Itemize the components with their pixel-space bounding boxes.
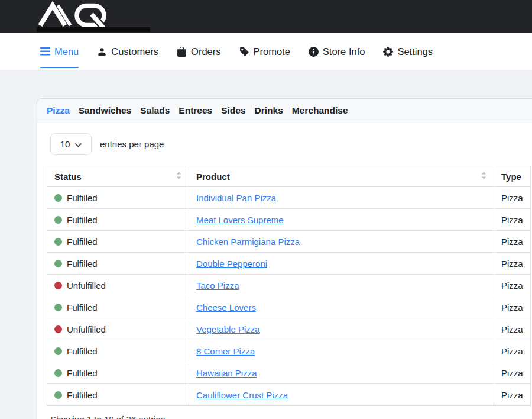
nav-item-label: Orders xyxy=(191,46,220,57)
top-header xyxy=(0,0,532,33)
primary-nav: Menu Customers Orders Promote Store Info… xyxy=(0,33,532,70)
product-link[interactable]: Chicken Parmigiana Pizza xyxy=(196,237,300,247)
status-cell: Unfulfilled xyxy=(47,275,189,296)
status-cell: Fulfilled xyxy=(47,340,189,362)
product-link[interactable]: 8 Corner Pizza xyxy=(196,346,255,356)
nav-item-label: Store Info xyxy=(323,46,365,57)
type-cell: Pizza xyxy=(494,384,531,406)
bag-icon xyxy=(177,47,187,57)
type-cell: Pizza xyxy=(494,275,531,296)
entries-per-page-select[interactable]: 10 xyxy=(50,133,92,155)
status-cell: Fulfilled xyxy=(47,231,189,253)
type-cell: Pizza xyxy=(494,318,531,340)
category-tabs: Pizza Sandwiches Salads Entrees Sides Dr… xyxy=(37,99,532,123)
logo-underbar xyxy=(37,27,150,32)
type-cell: Pizza xyxy=(494,340,531,362)
type-cell: Pizza xyxy=(494,187,531,209)
status-dot-icon xyxy=(54,369,62,377)
table-row: Fulfilled Individual Pan Pizza Pizza xyxy=(47,187,531,209)
type-cell: Pizza xyxy=(494,209,531,231)
nav-item-label: Customers xyxy=(111,46,158,57)
gear-icon xyxy=(383,47,393,57)
tab-pizza[interactable]: Pizza xyxy=(47,105,70,116)
status-dot-icon xyxy=(54,304,62,311)
hamburger-icon xyxy=(40,47,50,56)
table-row: Unfulfilled Taco Pizza Pizza xyxy=(47,275,531,296)
status-dot-icon xyxy=(54,260,62,267)
column-header-product[interactable]: Product xyxy=(189,166,494,187)
nav-item-menu[interactable]: Menu xyxy=(40,33,79,70)
tab-sandwiches[interactable]: Sandwiches xyxy=(79,105,132,116)
table-row: Fulfilled 8 Corner Pizza Pizza xyxy=(47,340,531,362)
logo-icon xyxy=(38,4,112,28)
type-cell: Pizza xyxy=(494,296,531,318)
nav-item-settings[interactable]: Settings xyxy=(383,33,433,70)
status-dot-icon xyxy=(54,238,62,246)
status-cell: Fulfilled xyxy=(47,209,189,231)
tab-drinks[interactable]: Drinks xyxy=(255,105,283,116)
products-table: Status Product xyxy=(47,166,531,406)
product-link[interactable]: Hawaiian Pizza xyxy=(196,368,257,378)
logo[interactable] xyxy=(38,4,112,28)
active-nav-underline xyxy=(40,67,79,68)
table-row: Fulfilled Chicken Parmigiana Pizza Pizza xyxy=(47,231,531,253)
nav-item-label: Settings xyxy=(397,46,433,57)
product-link[interactable]: Cheese Lovers xyxy=(196,302,256,312)
status-cell: Unfulfilled xyxy=(47,318,189,340)
table-row: Fulfilled Hawaiian Pizza Pizza xyxy=(47,362,531,384)
tag-icon xyxy=(239,47,249,57)
product-link[interactable]: Individual Pan Pizza xyxy=(196,193,276,203)
status-dot-icon xyxy=(54,347,62,355)
nav-item-orders[interactable]: Orders xyxy=(177,33,220,70)
status-cell: Fulfilled xyxy=(47,384,189,406)
table-row: Fulfilled Cheese Lovers Pizza xyxy=(47,296,531,318)
tab-merchandise[interactable]: Merchandise xyxy=(292,105,348,116)
sort-icon[interactable] xyxy=(481,171,486,182)
nav-item-promote[interactable]: Promote xyxy=(239,33,290,70)
status-dot-icon xyxy=(54,194,62,202)
product-link[interactable]: Taco Pizza xyxy=(196,281,239,291)
table-row: Fulfilled Meat Lovers Supreme Pizza xyxy=(47,209,531,231)
product-link[interactable]: Vegetable Pizza xyxy=(196,324,260,334)
nav-item-label: Menu xyxy=(54,46,79,57)
nav-item-label: Promote xyxy=(254,46,290,57)
status-dot-icon xyxy=(54,391,62,399)
menu-card: Pizza Sandwiches Salads Entrees Sides Dr… xyxy=(37,98,532,419)
column-header-type[interactable]: Type xyxy=(494,166,531,187)
status-cell: Fulfilled xyxy=(47,362,189,384)
info-icon xyxy=(309,47,319,57)
table-summary: Showing 1 to 10 of 26 entries xyxy=(50,414,532,419)
type-cell: Pizza xyxy=(494,362,531,384)
status-cell: Fulfilled xyxy=(47,187,189,209)
column-header-status[interactable]: Status xyxy=(47,166,189,187)
type-cell: Pizza xyxy=(494,231,531,253)
entries-selected-value: 10 xyxy=(60,139,70,149)
table-row: Unfulfilled Vegetable Pizza Pizza xyxy=(47,318,531,340)
tab-entrees[interactable]: Entrees xyxy=(179,105,212,116)
status-dot-icon xyxy=(54,325,62,333)
nav-item-customers[interactable]: Customers xyxy=(97,33,158,70)
chevron-down-icon xyxy=(75,139,82,149)
nav-item-store-info[interactable]: Store Info xyxy=(309,33,365,70)
status-cell: Fulfilled xyxy=(47,296,189,318)
sort-icon[interactable] xyxy=(176,171,181,182)
status-dot-icon xyxy=(54,282,62,289)
product-link[interactable]: Meat Lovers Supreme xyxy=(196,215,284,225)
type-cell: Pizza xyxy=(494,253,531,275)
status-dot-icon xyxy=(54,216,62,224)
table-row: Fulfilled Cauliflower Crust Pizza Pizza xyxy=(47,384,531,406)
tab-salads[interactable]: Salads xyxy=(140,105,170,116)
product-link[interactable]: Cauliflower Crust Pizza xyxy=(196,390,288,400)
table-header-row: Status Product xyxy=(47,166,531,187)
tab-sides[interactable]: Sides xyxy=(221,105,245,116)
table-row: Fulfilled Double Pepperoni Pizza xyxy=(47,253,531,275)
status-cell: Fulfilled xyxy=(47,253,189,275)
entries-row: 10 entries per page xyxy=(50,133,532,155)
card-body: 10 entries per page Status xyxy=(37,123,532,419)
product-link[interactable]: Double Pepperoni xyxy=(196,259,267,269)
entries-label: entries per page xyxy=(100,139,164,149)
person-icon xyxy=(97,47,107,57)
